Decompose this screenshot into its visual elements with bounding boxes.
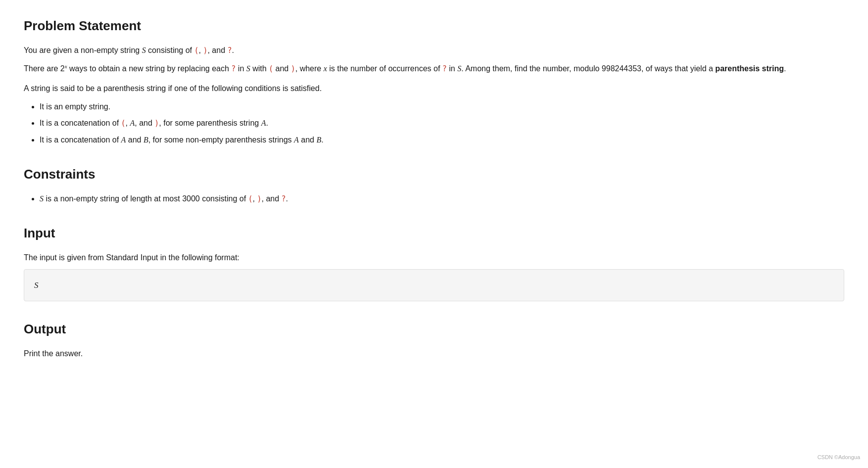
condition-3: It is a concatenation of A and B, for so…: [40, 133, 844, 146]
parenthesis-def: A string is said to be a parenthesis str…: [24, 82, 844, 95]
output-title: Output: [24, 319, 844, 340]
desc-text6: , where: [295, 64, 324, 73]
conditions-list: It is an empty string. It is a concatena…: [24, 100, 844, 146]
bullet3-A2: A: [294, 136, 299, 144]
intro-text-before: You are given a non-empty string: [24, 46, 142, 54]
input-description: The input is given from Standard Input i…: [24, 251, 844, 264]
desc-q2: ?: [442, 64, 447, 73]
intro-comma2: , and: [207, 46, 227, 54]
constraint-1: S is a non-empty string of length at mos…: [40, 192, 844, 206]
condition-1: It is an empty string.: [40, 100, 844, 113]
intro-text-after-s: consisting of: [146, 46, 194, 54]
bullet3-B2: B: [316, 136, 321, 144]
constraint-close: ): [257, 194, 261, 203]
constraint-text-after: consisting of: [200, 194, 248, 203]
input-section: Input The input is given from Standard I…: [24, 223, 844, 301]
input-code: S: [34, 281, 39, 290]
bullet1-text: It is an empty string.: [40, 102, 110, 111]
input-title: Input: [24, 223, 844, 244]
desc-S2: S: [457, 64, 461, 73]
intro-var-S: S: [142, 46, 146, 54]
constraint-open: (: [248, 194, 253, 203]
bullet2-text-after: , for some parenthesis string: [159, 119, 261, 127]
bullet3-text-and2: and: [299, 136, 317, 144]
constraint-S: S: [40, 194, 44, 203]
desc-text9: . Among them, find the number, modulo: [461, 64, 602, 73]
desc-text10: , of ways that yield a: [641, 64, 715, 73]
desc-bold: parenthesis string: [715, 64, 784, 73]
desc-close: ): [291, 64, 295, 73]
desc-text5: and: [273, 64, 291, 73]
bullet3-text-after: , for some non-empty parenthesis strings: [148, 136, 294, 144]
desc-text7: is the number of occurrences of: [327, 64, 442, 73]
intro-question-mark: ?: [227, 46, 232, 55]
constraint-text-before: is a non-empty string of length at most: [44, 194, 182, 203]
bullet2-text-before: It is a concatenation of: [40, 119, 121, 127]
bullet2-comma2: , and: [135, 119, 154, 127]
bullet3-B: B: [144, 136, 148, 144]
problem-statement-title: Problem Statement: [24, 16, 844, 37]
bullet2-close: ): [154, 119, 159, 128]
intro-paragraph: You are given a non-empty string S consi…: [24, 44, 844, 57]
desc-period: .: [784, 64, 786, 73]
bullet3-period: .: [321, 136, 323, 144]
bullet2-open: (: [121, 119, 126, 128]
output-description: Print the answer.: [24, 347, 844, 360]
input-code-block: S: [24, 269, 844, 301]
constraints-section: Constraints S is a non-empty string of l…: [24, 164, 844, 205]
desc-x-var: x: [324, 64, 327, 73]
intro-paren-open: (: [194, 46, 199, 55]
constraint-comma2: , and: [262, 194, 282, 203]
constraint-period: .: [286, 194, 288, 203]
condition-2: It is a concatenation of (, A, and ), fo…: [40, 116, 844, 130]
bullet2-A: A: [130, 119, 135, 127]
constraint-q: ?: [282, 194, 286, 203]
desc-modulo: 998244353: [602, 64, 641, 73]
output-section: Output Print the answer.: [24, 319, 844, 360]
constraints-title: Constraints: [24, 164, 844, 185]
problem-statement-section: Problem Statement You are given a non-em…: [24, 16, 844, 146]
desc-S1: S: [246, 64, 250, 73]
desc-text4: with: [250, 64, 269, 73]
bullet3-text-before: It is a concatenation of: [40, 136, 121, 144]
desc-text2: ways to obtain a new string by replacing…: [67, 64, 232, 73]
bullet3-A: A: [121, 136, 126, 144]
bullet3-text-and: and: [126, 136, 144, 144]
bullet2-period: .: [266, 119, 268, 127]
desc-text1: There are 2: [24, 64, 65, 73]
description-paragraph: There are 2x ways to obtain a new string…: [24, 62, 844, 76]
desc-text3: in: [236, 64, 246, 73]
bullet2-A2: A: [261, 119, 266, 127]
intro-period: .: [232, 46, 234, 54]
constraints-list: S is a non-empty string of length at mos…: [24, 192, 844, 206]
constraint-number: 3000: [182, 194, 200, 203]
desc-text8: in: [447, 64, 457, 73]
desc-open: (: [269, 64, 273, 73]
